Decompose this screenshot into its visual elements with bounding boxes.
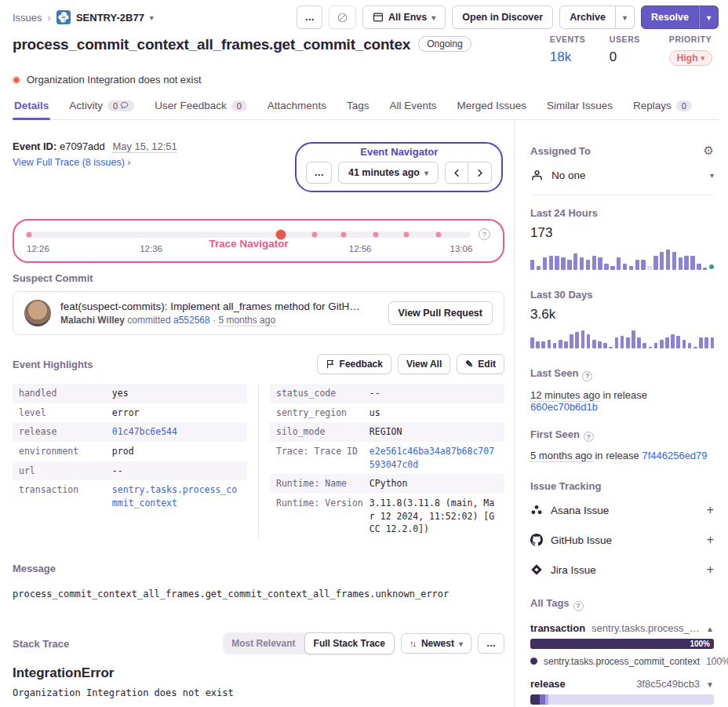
trace-time-label: 12:26 [27, 244, 49, 253]
help-icon[interactable]: ? [582, 371, 592, 381]
tab-replays[interactable]: Replays0 [632, 97, 693, 119]
jira-icon [530, 563, 543, 576]
python-platform-icon [56, 10, 71, 24]
asana-icon [530, 504, 543, 516]
chart-bar [603, 343, 607, 348]
tracking-item-label[interactable]: GitHub Issue [551, 534, 612, 546]
more-actions-button[interactable]: … [297, 5, 322, 29]
release-link[interactable]: 660ec70b6d1b [530, 401, 598, 413]
archive-button[interactable]: Archive [559, 5, 616, 29]
commit-sha-link[interactable]: a552568 [173, 315, 210, 326]
event-age-dropdown[interactable]: 41 minutes ago▾ [338, 162, 439, 184]
stat-value[interactable]: High ▾ [669, 49, 712, 66]
tag-bar-segment: 100% [530, 639, 714, 649]
archive-dropdown-button[interactable]: ▾ [616, 5, 635, 29]
feedback-button[interactable]: Feedback [317, 354, 391, 374]
tab-activity[interactable]: Activity0 [67, 97, 136, 119]
tag-distribution-bar[interactable] [530, 694, 714, 705]
help-icon[interactable]: ? [479, 228, 490, 240]
full-stack-trace-toggle[interactable]: Full Stack Trace [304, 632, 395, 654]
tag-header[interactable]: transactionsentry.tasks.process_com…▲ [530, 622, 714, 634]
assignee-selector[interactable]: No one ▾ [530, 169, 714, 182]
breadcrumb-issues-link[interactable]: Issues [13, 12, 42, 24]
trace-event-dot[interactable] [373, 231, 379, 237]
previous-event-button[interactable] [445, 162, 468, 184]
tab-attachments[interactable]: Attachments [266, 97, 328, 119]
tab-count-badge: 0 [676, 100, 692, 111]
trace-timeline-track[interactable] [27, 231, 471, 238]
tab-all-events[interactable]: All Events [388, 97, 438, 119]
chart-bar [548, 340, 551, 349]
chart-bar [609, 347, 613, 348]
issue-stats: EVENTS18kUSERS0PRIORITYHigh ▾ [550, 35, 719, 66]
tracking-item-label[interactable]: Jira Issue [551, 564, 596, 576]
tracking-item-github: GitHub Issue+ [530, 525, 714, 555]
tab-similar-issues[interactable]: Similar Issues [545, 97, 614, 119]
chart-bar [530, 260, 534, 270]
tab-user-feedback[interactable]: User Feedback0 [153, 97, 249, 119]
highlight-row: transactionsentry.tasks.process_commit_c… [13, 480, 247, 512]
highlight-key: Runtime: Name [276, 477, 369, 490]
trace-event-dot[interactable] [436, 231, 442, 237]
highlight-row: release01c47bc6e544 [13, 422, 247, 442]
highlight-value[interactable]: 01c47bc6e544 [112, 425, 241, 439]
open-in-discover-button[interactable]: Open in Discover [452, 5, 553, 29]
message-heading: Message [13, 563, 504, 574]
tracking-item-label[interactable]: Asana Issue [551, 505, 609, 516]
chart-bar [543, 257, 547, 270]
tab-details[interactable]: Details [13, 97, 50, 119]
view-pull-request-button[interactable]: View Pull Request [388, 301, 493, 325]
next-event-button[interactable] [468, 162, 492, 184]
highlight-value[interactable]: sentry.tasks.process_commit_context [112, 483, 241, 509]
resolve-dropdown-button[interactable]: ▾ [699, 5, 719, 29]
stat-value[interactable]: 18k [550, 49, 588, 65]
tab-tags[interactable]: Tags [345, 97, 371, 119]
chevron-down-icon[interactable]: ▼ [706, 680, 714, 689]
most-relevant-toggle[interactable]: Most Relevant [223, 633, 304, 654]
issue-tracking-heading: Issue Tracking [530, 480, 714, 492]
trace-event-dot[interactable] [311, 231, 317, 237]
chevron-up-icon[interactable]: ▲ [706, 625, 714, 633]
highlight-row: Runtime: NameCPython [270, 474, 504, 494]
chart-bar [684, 256, 688, 270]
sort-newest-dropdown[interactable]: ↑↓Newest▾ [401, 633, 471, 654]
trace-event-dot[interactable] [26, 231, 31, 237]
resolve-button[interactable]: Resolve [641, 5, 699, 29]
highlight-row: url-- [13, 461, 247, 481]
add-issue-button[interactable]: + [707, 503, 714, 517]
trace-event-dot[interactable] [403, 231, 409, 237]
issue-subtitle: Organization Integration does not exist [27, 74, 202, 86]
tag-header[interactable]: release3f8c5c49bcb3▼ [530, 678, 714, 690]
highlight-value: 3.11.8(3.11.8 (main, Mar 12 2024, 11:52:… [369, 497, 498, 536]
all-envs-dropdown[interactable]: All Envs▾ [362, 5, 446, 29]
event-date[interactable]: May 15, 12:51 [112, 140, 177, 153]
chevron-down-icon[interactable]: ▾ [150, 13, 154, 22]
mute-button[interactable] [329, 5, 356, 29]
view-full-trace-link[interactable]: View Full Trace (8 issues) › [13, 157, 131, 168]
edit-button[interactable]: ✎ Edit [457, 354, 504, 374]
chart-bar [536, 341, 540, 348]
highlight-value[interactable]: e2e561c46ba34a87b68c707593047c0d [369, 445, 498, 471]
stack-more-button[interactable]: … [478, 633, 504, 654]
tab-merged-issues[interactable]: Merged Issues [455, 97, 528, 119]
chart-bar [567, 260, 571, 270]
resolve-button-group: Resolve ▾ [641, 5, 719, 29]
gear-icon[interactable]: ⚙ [704, 144, 714, 158]
trace-event-dot[interactable] [341, 231, 347, 237]
highlight-row: Trace: Trace IDe2e561c46ba34a87b68c70759… [270, 442, 504, 474]
view-all-button[interactable]: View All [398, 354, 450, 374]
chart-bar [703, 268, 707, 270]
tag-distribution-bar[interactable]: 100% [530, 639, 714, 649]
chart-bar [592, 340, 596, 349]
commit-age[interactable]: 5 months ago [218, 315, 275, 326]
breadcrumb-issue-id[interactable]: SENTRY-2B77 [76, 12, 144, 24]
release-link[interactable]: 7f446256ed79 [642, 450, 707, 461]
add-issue-button[interactable]: + [707, 563, 714, 577]
event-more-button[interactable]: … [306, 162, 332, 184]
help-icon[interactable]: ? [584, 432, 594, 442]
highlight-value: -- [112, 465, 241, 478]
add-issue-button[interactable]: + [707, 533, 714, 547]
priority-badge[interactable]: High ▾ [669, 50, 712, 66]
tag-value: sentry.tasks.process_com… [592, 622, 700, 634]
help-icon[interactable]: ? [573, 601, 584, 611]
